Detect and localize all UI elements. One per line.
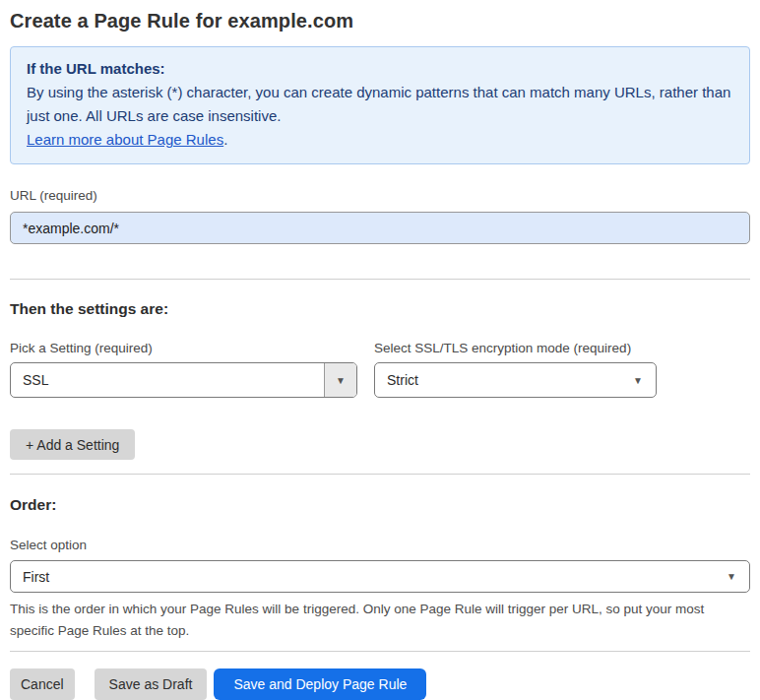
- footer-actions: Cancel Save as Draft Save and Deploy Pag…: [10, 668, 750, 700]
- divider: [10, 651, 750, 652]
- ssl-mode-select-value: Strict: [375, 372, 633, 388]
- add-setting-button[interactable]: + Add a Setting: [10, 429, 135, 460]
- setting-select-value: SSL: [11, 372, 324, 388]
- page-title: Create a Page Rule for example.com: [10, 8, 750, 33]
- order-section-heading: Order:: [10, 496, 750, 514]
- info-box-body: By using the asterisk (*) character, you…: [27, 81, 733, 128]
- ssl-mode-label: Select SSL/TLS encryption mode (required…: [374, 341, 657, 356]
- order-select[interactable]: First ▼: [10, 560, 750, 593]
- learn-more-link[interactable]: Learn more about Page Rules: [27, 131, 223, 148]
- setting-picker-column: Pick a Setting (required) SSL ▼: [10, 341, 357, 398]
- info-box-heading: If the URL matches:: [27, 60, 165, 77]
- url-input[interactable]: [10, 212, 750, 244]
- chevron-down-icon[interactable]: ▼: [324, 363, 356, 397]
- ssl-mode-column: Select SSL/TLS encryption mode (required…: [374, 341, 657, 398]
- order-select-label: Select option: [10, 538, 750, 553]
- order-help-text: This is the order in which your Page Rul…: [10, 599, 738, 642]
- info-box-link-line: Learn more about Page Rules.: [27, 131, 227, 148]
- chevron-down-icon: ▼: [727, 571, 749, 582]
- save-and-deploy-button[interactable]: Save and Deploy Page Rule: [214, 668, 426, 700]
- settings-section-heading: Then the settings are:: [10, 300, 750, 318]
- cancel-button[interactable]: Cancel: [10, 668, 75, 700]
- setting-picker-label: Pick a Setting (required): [10, 341, 357, 356]
- url-field-label: URL (required): [10, 188, 750, 204]
- order-select-value: First: [11, 569, 727, 585]
- divider: [10, 474, 750, 475]
- chevron-down-icon: ▼: [633, 375, 656, 386]
- divider: [10, 279, 750, 280]
- setting-select[interactable]: SSL ▼: [10, 362, 357, 398]
- settings-row: Pick a Setting (required) SSL ▼ Select S…: [10, 341, 750, 398]
- link-suffix: .: [223, 131, 227, 148]
- ssl-mode-select[interactable]: Strict ▼: [374, 362, 657, 398]
- save-as-draft-button[interactable]: Save as Draft: [95, 668, 208, 700]
- url-match-info-box: If the URL matches: By using the asteris…: [10, 46, 750, 164]
- page-rule-form: Create a Page Rule for example.com If th…: [0, 0, 760, 700]
